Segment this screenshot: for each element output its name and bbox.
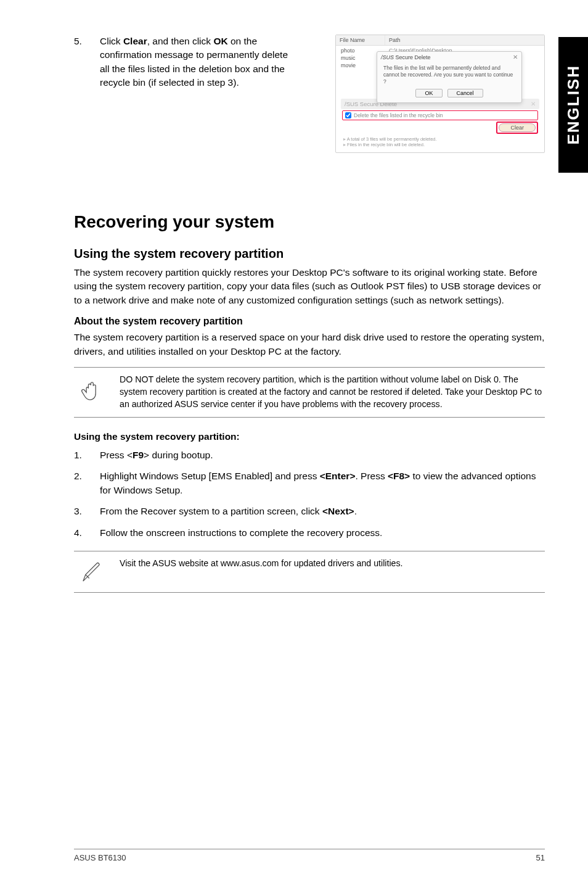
- step-1-text: Press <F9> during bootup.: [100, 448, 545, 462]
- step-2: 2.Highlight Windows Setup [EMS Enabled] …: [74, 469, 545, 497]
- ok-button[interactable]: OK: [415, 89, 442, 97]
- clear-wrap: Clear: [336, 122, 544, 134]
- language-tab-label: ENGLISH: [564, 65, 583, 145]
- s1b: F9: [133, 450, 144, 460]
- steps-list: 1.Press <F9> during bootup. 2.Highlight …: [74, 448, 545, 540]
- step-4-text: Follow the onscreen instructions to comp…: [100, 526, 545, 540]
- step-3: 3.From the Recover system to a partition…: [74, 505, 545, 518]
- ss-notes: A total of 3 files will be permanently d…: [343, 136, 537, 147]
- step-5-row: 5. Click Clear, and then click OK on the…: [74, 35, 545, 153]
- s2b2: <F8>: [388, 471, 410, 481]
- recycle-bin-checkbox[interactable]: [345, 112, 351, 118]
- s2b: <Enter>: [320, 471, 356, 481]
- step-2-num: 2.: [74, 469, 89, 497]
- ss-lower: /SUS Secure Delete ✕ Delete the files li…: [336, 99, 544, 147]
- dialog-message: The files in the list will be permanentl…: [377, 62, 521, 89]
- section-title: Recovering your system: [74, 212, 545, 232]
- subsection-title: Using the system recovery partition: [74, 247, 545, 261]
- s3b: <Next>: [322, 506, 354, 516]
- step-4: 4.Follow the onscreen instructions to co…: [74, 526, 545, 540]
- recycle-bin-label: Delete the files listed in the recycle b…: [354, 112, 443, 118]
- step-3-text: From the Recover system to a partition s…: [100, 505, 545, 518]
- confirm-dialog: /SUS Secure Delete ✕ The files in the li…: [377, 51, 522, 103]
- t-a: Click: [100, 36, 123, 46]
- dialog-title: /SUS Secure Delete: [381, 54, 431, 60]
- warning-note: DO NOT delete the system recovery partit…: [74, 367, 545, 418]
- info-note: Visit the ASUS website at www.asus.com f…: [74, 551, 545, 593]
- footer-page-number: 51: [536, 853, 545, 862]
- col-path: Path: [385, 35, 404, 45]
- s3c: .: [354, 506, 357, 516]
- t-b: , and then click: [147, 36, 214, 46]
- t-ok: OK: [213, 36, 227, 46]
- dlg-title-text: Secure Delete: [396, 54, 431, 60]
- s2m: . Press: [355, 471, 388, 481]
- t-clear: Clear: [123, 36, 147, 46]
- language-tab: ENGLISH: [558, 37, 588, 173]
- stop-hand-icon: [74, 374, 108, 402]
- step-1: 1.Press <F9> during bootup.: [74, 448, 545, 462]
- step-3-num: 3.: [74, 505, 89, 518]
- screenshot-wrap: File Name Path photoC:\Users\English\Des…: [311, 35, 545, 153]
- about-heading: About the system recovery partition: [74, 316, 545, 327]
- recycle-bin-checkbox-row[interactable]: Delete the files listed in the recycle b…: [342, 110, 538, 120]
- clear-button[interactable]: Clear: [499, 123, 536, 132]
- close-icon[interactable]: ✕: [513, 54, 518, 60]
- warning-text: DO NOT delete the system recovery partit…: [120, 374, 542, 411]
- s3a: From the Recover system to a partition s…: [100, 506, 322, 516]
- using-heading: Using the system recovery partition:: [74, 431, 545, 442]
- ss-note-2: Files in the recycle bin will be deleted…: [343, 142, 537, 147]
- step-5-body: Click Clear, and then click OK on the co…: [100, 35, 296, 90]
- s1c: > during bootup.: [144, 450, 213, 460]
- step-2-text: Highlight Windows Setup [EMS Enabled] an…: [100, 469, 545, 497]
- dialog-titlebar: /SUS Secure Delete ✕: [377, 52, 521, 62]
- step-5-text: 5. Click Clear, and then click OK on the…: [74, 35, 296, 90]
- step-5-number: 5.: [74, 35, 89, 90]
- col-filename: File Name: [336, 35, 385, 45]
- s4a: Follow the onscreen instructions to comp…: [100, 527, 382, 538]
- pencil-icon: [74, 558, 108, 586]
- page-footer: ASUS BT6130 51: [74, 849, 545, 862]
- cancel-button[interactable]: Cancel: [447, 89, 483, 97]
- s1a: Press <: [100, 450, 133, 460]
- secure-delete-screenshot: File Name Path photoC:\Users\English\Des…: [335, 35, 545, 153]
- brand: /SUS: [381, 54, 394, 60]
- close-icon[interactable]: ✕: [531, 101, 536, 107]
- footer-model: ASUS BT6130: [74, 853, 126, 862]
- clear-highlight: Clear: [496, 122, 538, 134]
- info-text: Visit the ASUS website at www.asus.com f…: [120, 558, 542, 570]
- ss-note-1: A total of 3 files will be permanently d…: [343, 136, 537, 142]
- ss-header: File Name Path: [336, 35, 544, 46]
- paragraph-1: The system recovery partition quickly re…: [74, 266, 545, 307]
- step-1-num: 1.: [74, 448, 89, 462]
- step-4-num: 4.: [74, 526, 89, 540]
- paragraph-2: The system recovery partition is a reser…: [74, 331, 545, 358]
- s2a: Highlight Windows Setup [EMS Enabled] an…: [100, 471, 320, 481]
